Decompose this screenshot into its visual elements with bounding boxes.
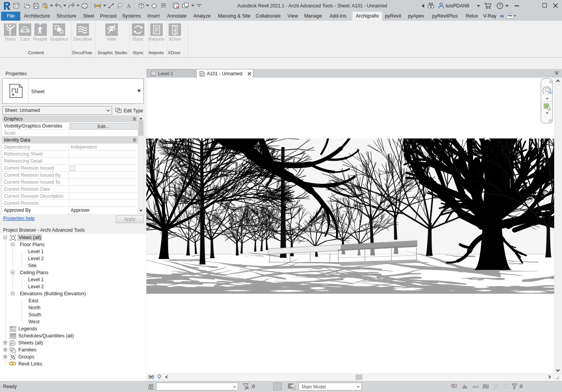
svg-text:?: ?	[499, 4, 501, 8]
svg-text:2D: 2D	[548, 91, 553, 95]
svg-text:A: A	[127, 3, 131, 9]
svg-text:1: 1	[120, 4, 121, 7]
